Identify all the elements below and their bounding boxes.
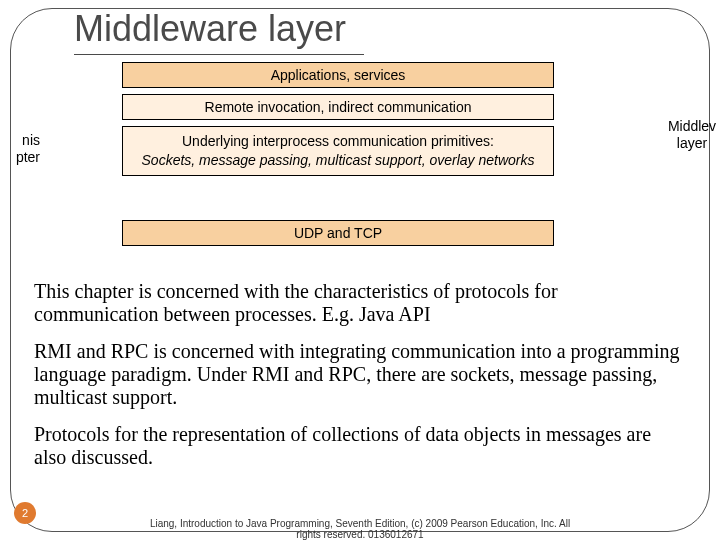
footer-line1: Liang, Introduction to Java Programming,… [150, 518, 570, 529]
layers-diagram: Applications, services Remote invocation… [0, 62, 720, 266]
diagram-right-label: Middlev layer [664, 118, 720, 152]
layer-ipc-line1: Underlying interprocess communication pr… [129, 132, 547, 151]
footer-line2: rights reserved. 0136012671 [296, 529, 423, 540]
layer-remote-invocation-label: Remote invocation, indirect communicatio… [123, 99, 553, 115]
layer-ipc-line2: Sockets, message passing, multicast supp… [129, 151, 547, 170]
diagram-left-label-line2: pter [16, 149, 40, 165]
slide: Middleware layer Applications, services … [0, 0, 720, 540]
layer-transport: UDP and TCP [122, 220, 554, 246]
diagram-left-label-line1: nis [22, 132, 40, 148]
body-text: This chapter is concerned with the chara… [34, 280, 686, 483]
layer-transport-label: UDP and TCP [123, 225, 553, 241]
footer-citation: Liang, Introduction to Java Programming,… [140, 518, 580, 540]
slide-title: Middleware layer [74, 8, 346, 50]
layer-stack: Applications, services Remote invocation… [122, 62, 554, 246]
paragraph-3: Protocols for the representation of coll… [34, 423, 686, 469]
diagram-right-label-line2: layer [677, 135, 707, 151]
title-underline [74, 54, 364, 55]
diagram-right-label-line1: Middlev [668, 118, 716, 134]
layer-applications-label: Applications, services [123, 67, 553, 83]
page-number-badge: 2 [14, 502, 36, 524]
paragraph-2: RMI and RPC is concerned with integratin… [34, 340, 686, 409]
diagram-left-label: nis pter [0, 132, 40, 166]
page-number: 2 [22, 507, 28, 519]
layer-applications: Applications, services [122, 62, 554, 88]
paragraph-1: This chapter is concerned with the chara… [34, 280, 686, 326]
layer-ipc: Underlying interprocess communication pr… [122, 126, 554, 176]
layer-remote-invocation: Remote invocation, indirect communicatio… [122, 94, 554, 120]
